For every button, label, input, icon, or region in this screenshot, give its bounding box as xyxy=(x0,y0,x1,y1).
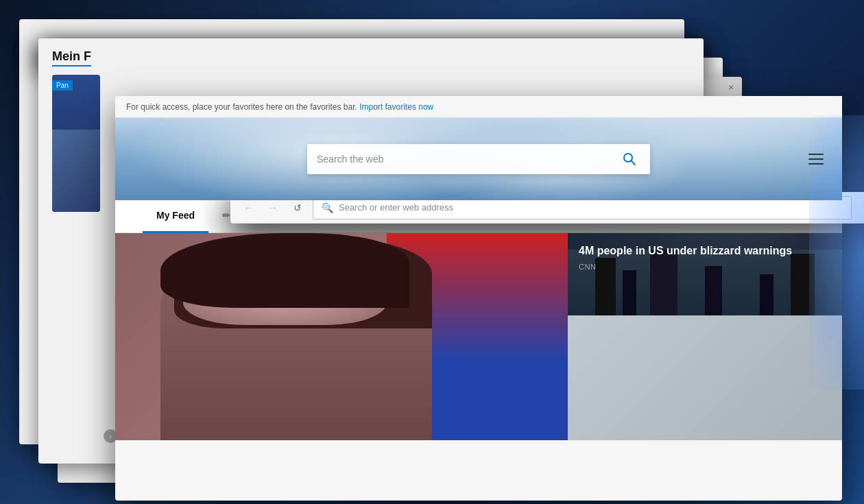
svg-line-13 xyxy=(632,161,635,165)
address-placeholder-fg: Search or enter web address xyxy=(339,202,453,213)
mein-feed-label: Mein F xyxy=(52,49,91,67)
search-icon-blue xyxy=(619,148,640,170)
personalize-icon: ✏ xyxy=(222,210,230,221)
hair-element xyxy=(160,233,409,308)
bg-card: Pan xyxy=(52,75,100,212)
search-placeholder: Search the web xyxy=(317,154,612,165)
news-card-text: 4M people in US under blizzard warnings … xyxy=(579,244,831,271)
toolbar-icons-fg: ☆ 👤 ☺ ··· xyxy=(857,197,864,219)
news-headline: 4M people in US under blizzard warnings xyxy=(579,244,831,259)
feed-card-right: 4M people in US under blizzard warnings … xyxy=(568,233,842,440)
forward-btn-fg[interactable]: → xyxy=(263,198,283,217)
hamburger-line-1 xyxy=(808,154,824,155)
bg-card-label: Pan xyxy=(52,80,73,91)
hamburger-line-2 xyxy=(808,158,824,160)
hamburger-menu-btn[interactable] xyxy=(804,147,828,171)
feed-content: 4M people in US under blizzard warnings … xyxy=(115,233,842,440)
news-card-light[interactable] xyxy=(568,315,842,440)
tab-my-feed[interactable]: My Feed xyxy=(143,200,208,233)
search-icon-fg: 🔍 xyxy=(322,202,333,213)
building-6 xyxy=(760,274,773,315)
feed-card-left[interactable] xyxy=(115,233,568,440)
hero-area: Search the web xyxy=(115,118,842,200)
tab-close-start[interactable]: ✕ xyxy=(728,84,734,91)
news-card-dark[interactable]: 4M people in US under blizzard warnings … xyxy=(568,233,842,315)
favorites-star-btn[interactable]: ☆ xyxy=(857,197,864,219)
back-btn-fg[interactable]: ← xyxy=(239,198,258,217)
browser-window-foreground: New tab ✕ + ─ ☐ ✕ ← → ↺ 🔍 Search or ente… xyxy=(115,96,842,501)
search-container: Search the web xyxy=(307,144,650,174)
woman-card-image xyxy=(115,233,568,440)
refresh-btn-fg[interactable]: ↺ xyxy=(288,198,307,217)
newtab-content: Search the web My Feed xyxy=(115,118,842,440)
news-card-light-img xyxy=(568,315,842,440)
import-favorites-link[interactable]: Import favorites now xyxy=(359,102,433,112)
building-2 xyxy=(623,270,636,315)
search-box[interactable]: Search the web xyxy=(307,144,650,174)
tab-my-feed-label: My Feed xyxy=(156,210,195,221)
svg-point-12 xyxy=(624,154,632,162)
news-source: CNN xyxy=(579,263,831,271)
building-4 xyxy=(705,266,722,315)
favorites-bar: For quick access, place your favorites h… xyxy=(115,96,842,118)
favorites-bar-text: For quick access, place your favorites h… xyxy=(126,102,357,112)
hamburger-line-3 xyxy=(808,163,824,165)
